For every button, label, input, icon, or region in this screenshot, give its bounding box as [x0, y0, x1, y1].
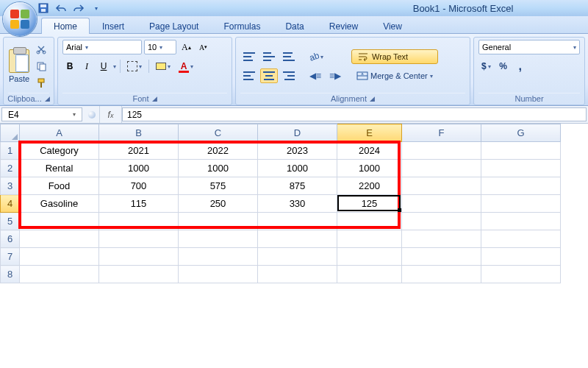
cell-C4[interactable]: 250: [179, 195, 258, 213]
redo-button[interactable]: [72, 1, 85, 15]
cell-B7[interactable]: [99, 248, 179, 266]
cell-G8[interactable]: [481, 266, 561, 283]
cell-E2[interactable]: 1000: [337, 160, 402, 177]
wrap-text-button[interactable]: Wrap Text: [351, 49, 438, 64]
cell-A5[interactable]: [20, 213, 99, 230]
insert-function-button[interactable]: fx: [100, 106, 122, 123]
comma-button[interactable]: ,: [513, 59, 528, 74]
tab-page-layout[interactable]: Page Layout: [137, 18, 211, 34]
align-right-button[interactable]: [280, 68, 298, 83]
fill-color-button[interactable]: ▾: [153, 59, 173, 74]
cell-E3[interactable]: 2200: [337, 177, 402, 195]
align-middle-button[interactable]: [260, 49, 278, 64]
cell-D6[interactable]: [258, 230, 337, 248]
cell-F2[interactable]: [402, 160, 481, 177]
cell-A6[interactable]: [20, 230, 99, 248]
number-format-selector[interactable]: General▾: [478, 40, 580, 54]
column-header-F[interactable]: F: [402, 124, 481, 142]
row-header-3[interactable]: 3: [1, 177, 20, 195]
row-header-6[interactable]: 6: [1, 230, 20, 248]
cell-C2[interactable]: 1000: [179, 160, 258, 177]
percent-button[interactable]: %: [496, 59, 511, 74]
cell-G6[interactable]: [481, 230, 561, 248]
cell-C8[interactable]: [179, 266, 258, 283]
currency-button[interactable]: $▾: [478, 59, 494, 74]
font-size-selector[interactable]: 10▾: [144, 40, 176, 54]
orientation-button[interactable]: ab▾: [306, 49, 326, 64]
cell-B2[interactable]: 1000: [99, 160, 179, 177]
merge-center-button[interactable]: a Merge & Center ▾: [351, 68, 438, 83]
tab-view[interactable]: View: [370, 18, 415, 34]
row-header-5[interactable]: 5: [1, 213, 20, 230]
tab-review[interactable]: Review: [317, 18, 370, 34]
cell-D4[interactable]: 330: [258, 195, 337, 213]
cell-F1[interactable]: [402, 142, 481, 160]
cell-C6[interactable]: [179, 230, 258, 248]
borders-button[interactable]: ▾: [124, 59, 145, 74]
align-left-button[interactable]: [240, 68, 258, 83]
cell-F8[interactable]: [402, 266, 481, 283]
cut-button[interactable]: [33, 42, 49, 57]
align-top-button[interactable]: [240, 49, 258, 64]
cell-C3[interactable]: 575: [179, 177, 258, 195]
cell-F3[interactable]: [402, 177, 481, 195]
format-painter-button[interactable]: [33, 76, 49, 91]
cell-E4[interactable]: 125: [337, 195, 402, 213]
tab-home[interactable]: Home: [41, 18, 90, 34]
increase-indent-button[interactable]: ≡▶: [326, 68, 344, 83]
row-header-7[interactable]: 7: [1, 248, 20, 266]
font-family-selector[interactable]: Arial▾: [62, 40, 142, 54]
italic-button[interactable]: I: [79, 59, 94, 74]
qat-customize-button[interactable]: ▾: [90, 1, 103, 15]
decrease-indent-button[interactable]: ◀≡: [306, 68, 324, 83]
worksheet-grid[interactable]: ABCDEFG 1Category20212022202320242Rental…: [0, 124, 588, 283]
cell-E6[interactable]: [337, 230, 402, 248]
column-header-D[interactable]: D: [258, 124, 337, 142]
tab-formulas[interactable]: Formulas: [211, 18, 273, 34]
tab-insert[interactable]: Insert: [90, 18, 137, 34]
align-center-button[interactable]: [260, 68, 278, 83]
cell-G5[interactable]: [481, 213, 561, 230]
cell-E5[interactable]: [337, 213, 402, 230]
cell-C1[interactable]: 2022: [179, 142, 258, 160]
select-all-corner[interactable]: [1, 124, 20, 142]
underline-button[interactable]: U: [96, 59, 111, 74]
office-button[interactable]: [3, 2, 37, 36]
cell-A2[interactable]: Rental: [20, 160, 99, 177]
cell-A8[interactable]: [20, 266, 99, 283]
row-header-4[interactable]: 4: [1, 195, 20, 213]
row-header-2[interactable]: 2: [1, 160, 20, 177]
row-header-8[interactable]: 8: [1, 266, 20, 283]
column-header-B[interactable]: B: [99, 124, 179, 142]
save-button[interactable]: [37, 1, 50, 15]
column-header-G[interactable]: G: [481, 124, 561, 142]
namebox-dropdown[interactable]: [84, 106, 100, 123]
cell-E1[interactable]: 2024: [337, 142, 402, 160]
cell-D5[interactable]: [258, 213, 337, 230]
cell-B1[interactable]: 2021: [99, 142, 179, 160]
cell-E8[interactable]: [337, 266, 402, 283]
cell-C7[interactable]: [179, 248, 258, 266]
cell-B3[interactable]: 700: [99, 177, 179, 195]
cell-G7[interactable]: [481, 248, 561, 266]
clipboard-dialog-launcher[interactable]: ◢: [45, 95, 50, 102]
column-header-E[interactable]: E: [337, 124, 402, 142]
undo-button[interactable]: [54, 1, 68, 15]
cell-D1[interactable]: 2023: [258, 142, 337, 160]
row-header-1[interactable]: 1: [1, 142, 20, 160]
cell-F7[interactable]: [402, 248, 481, 266]
bold-button[interactable]: B: [62, 59, 77, 74]
cell-B4[interactable]: 115: [99, 195, 179, 213]
align-bottom-button[interactable]: [280, 49, 298, 64]
tab-data[interactable]: Data: [273, 18, 316, 34]
cell-G2[interactable]: [481, 160, 561, 177]
cell-D3[interactable]: 875: [258, 177, 337, 195]
column-header-A[interactable]: A: [20, 124, 99, 142]
copy-button[interactable]: [33, 59, 49, 74]
cell-E7[interactable]: [337, 248, 402, 266]
cell-G3[interactable]: [481, 177, 561, 195]
column-header-C[interactable]: C: [179, 124, 258, 142]
grow-font-button[interactable]: A▴: [179, 40, 194, 54]
alignment-dialog-launcher[interactable]: ◢: [370, 95, 375, 102]
name-box[interactable]: E4 ▾: [1, 107, 82, 121]
